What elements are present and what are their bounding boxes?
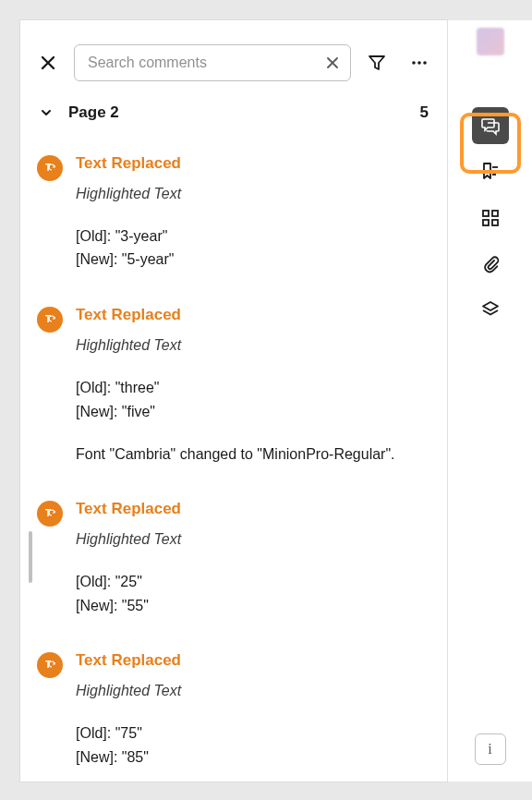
comment-item[interactable]: T Text Replaced Highlighted Text [Old]: … bbox=[20, 288, 447, 482]
more-options-button[interactable] bbox=[403, 46, 436, 79]
comment-title: Text Replaced bbox=[76, 153, 429, 174]
comment-item[interactable]: T Text Replaced Highlighted Text [Old]: … bbox=[20, 482, 447, 634]
rail-layers-button[interactable] bbox=[472, 292, 509, 329]
close-button[interactable] bbox=[31, 46, 65, 79]
bookmark-icon bbox=[480, 162, 501, 182]
comments-icon bbox=[480, 115, 501, 136]
text-replaced-icon: T bbox=[37, 155, 63, 181]
avatar[interactable] bbox=[477, 28, 504, 55]
grid-icon bbox=[481, 209, 500, 227]
comment-body: Text Replaced Highlighted Text [Old]: "t… bbox=[76, 305, 429, 466]
svg-text:T: T bbox=[45, 660, 51, 670]
comment-title: Text Replaced bbox=[76, 650, 429, 671]
search-wrap bbox=[74, 44, 351, 81]
comment-subtitle: Highlighted Text bbox=[76, 682, 429, 701]
rail-bookmarks-button[interactable] bbox=[472, 153, 509, 190]
text-replaced-icon: T bbox=[37, 652, 63, 678]
comment-old: [Old]: "75" bbox=[76, 721, 429, 745]
comment-old: [Old]: "25" bbox=[76, 570, 429, 594]
comment-title: Text Replaced bbox=[76, 305, 429, 325]
svg-point-1 bbox=[417, 61, 421, 65]
text-replaced-icon: T bbox=[37, 501, 63, 527]
svg-point-0 bbox=[412, 61, 416, 65]
comment-new: [New]: "5-year" bbox=[76, 248, 429, 272]
comment-body: Text Replaced Highlighted Text [Old]: "7… bbox=[76, 650, 429, 769]
comment-title: Text Replaced bbox=[76, 499, 429, 519]
comment-list: T Text Replaced Highlighted Text [Old]: … bbox=[20, 137, 447, 782]
comment-new: [New]: "55" bbox=[76, 594, 429, 618]
attachment-icon bbox=[481, 255, 500, 273]
comment-item[interactable]: T Text Replaced Highlighted Text [Old]: … bbox=[20, 137, 447, 288]
comment-body: Text Replaced Highlighted Text [Old]: "2… bbox=[76, 499, 429, 617]
comments-panel: Page 2 5 T Text Replaced Highlighted Tex… bbox=[20, 20, 447, 782]
svg-rect-10 bbox=[483, 211, 489, 216]
page-count: 5 bbox=[420, 103, 429, 122]
scrollbar-thumb[interactable] bbox=[29, 531, 32, 583]
comment-extra: Font "Cambria" changed to "MinionPro-Reg… bbox=[76, 443, 429, 466]
layers-icon bbox=[480, 300, 501, 321]
comment-subtitle: Highlighted Text bbox=[76, 336, 429, 356]
svg-rect-11 bbox=[492, 211, 498, 216]
side-rail: i bbox=[447, 20, 532, 782]
filter-icon bbox=[368, 54, 386, 72]
page-title: Page 2 bbox=[68, 103, 119, 122]
search-clear-button[interactable] bbox=[320, 50, 345, 76]
comments-header bbox=[20, 20, 447, 91]
svg-point-2 bbox=[423, 61, 427, 65]
comment-item[interactable]: T Text Replaced Highlighted Text [Old]: … bbox=[20, 634, 447, 782]
svg-rect-12 bbox=[483, 220, 489, 225]
comment-detail: [Old]: "3-year" [New]: "5-year" bbox=[76, 224, 429, 272]
comment-subtitle: Highlighted Text bbox=[76, 185, 429, 204]
rail-comments-button[interactable] bbox=[472, 107, 509, 144]
svg-text:T: T bbox=[45, 314, 51, 324]
svg-rect-13 bbox=[492, 220, 498, 225]
page-toggle[interactable] bbox=[33, 106, 59, 119]
comment-subtitle: Highlighted Text bbox=[76, 530, 429, 550]
comment-old: [Old]: "3-year" bbox=[76, 224, 429, 248]
comment-new: [New]: "five" bbox=[76, 400, 429, 424]
comment-detail: [Old]: "25" [New]: "55" bbox=[76, 570, 429, 617]
svg-text:T: T bbox=[45, 163, 51, 173]
comment-old: [Old]: "three" bbox=[76, 376, 429, 400]
more-icon bbox=[410, 54, 429, 72]
comment-body: Text Replaced Highlighted Text [Old]: "3… bbox=[76, 153, 429, 272]
comment-detail: [Old]: "three" [New]: "five" bbox=[76, 376, 429, 423]
comment-new: [New]: "85" bbox=[76, 745, 429, 770]
search-input[interactable] bbox=[74, 44, 351, 81]
filter-button[interactable] bbox=[360, 46, 393, 79]
info-button[interactable]: i bbox=[475, 733, 506, 765]
text-replaced-icon: T bbox=[37, 307, 63, 333]
chevron-down-icon bbox=[40, 106, 53, 119]
svg-text:T: T bbox=[45, 508, 51, 518]
clear-icon bbox=[327, 57, 338, 68]
rail-thumbnails-button[interactable] bbox=[472, 200, 509, 236]
close-icon bbox=[41, 55, 55, 70]
page-section-header[interactable]: Page 2 5 bbox=[20, 91, 447, 137]
comment-detail: [Old]: "75" [New]: "85" bbox=[76, 721, 429, 769]
rail-attachments-button[interactable] bbox=[472, 246, 509, 283]
